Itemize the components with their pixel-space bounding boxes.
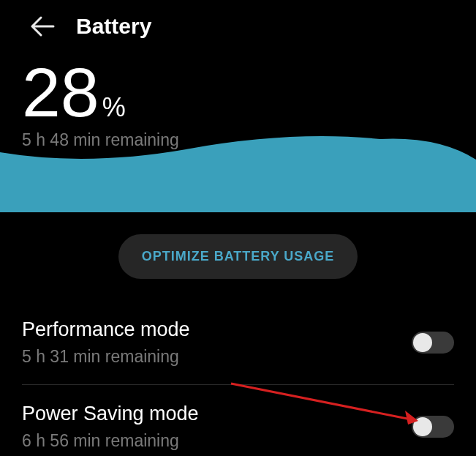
battery-percentage-value: 28: [22, 61, 99, 124]
power-saving-mode-title: Power Saving mode: [22, 403, 199, 425]
performance-mode-subtitle: 5 h 31 min remaining: [22, 347, 190, 367]
page-title: Battery: [76, 14, 151, 39]
battery-percentage-sign: %: [102, 92, 126, 123]
performance-mode-toggle[interactable]: [412, 332, 454, 354]
performance-mode-title: Performance mode: [22, 318, 190, 341]
toggle-knob: [413, 333, 432, 352]
performance-mode-info: Performance mode 5 h 31 min remaining: [22, 318, 190, 367]
power-modes-list: Performance mode 5 h 31 min remaining Po…: [0, 279, 476, 457]
performance-mode-item[interactable]: Performance mode 5 h 31 min remaining: [22, 307, 454, 385]
battery-status-section: 28 % 5 h 48 min remaining: [0, 47, 476, 150]
back-button[interactable]: [29, 13, 56, 40]
toggle-knob: [413, 417, 432, 436]
optimize-battery-button[interactable]: OPTIMIZE BATTERY USAGE: [118, 234, 358, 279]
power-saving-mode-toggle[interactable]: [412, 416, 454, 438]
battery-percentage: 28 %: [22, 61, 476, 124]
battery-remaining-text: 5 h 48 min remaining: [22, 130, 476, 150]
power-saving-mode-item[interactable]: Power Saving mode 6 h 56 min remaining: [22, 385, 454, 457]
back-arrow-icon: [30, 15, 55, 37]
power-saving-mode-subtitle: 6 h 56 min remaining: [22, 431, 199, 451]
power-saving-mode-info: Power Saving mode 6 h 56 min remaining: [22, 403, 199, 451]
header: Battery: [0, 0, 476, 47]
